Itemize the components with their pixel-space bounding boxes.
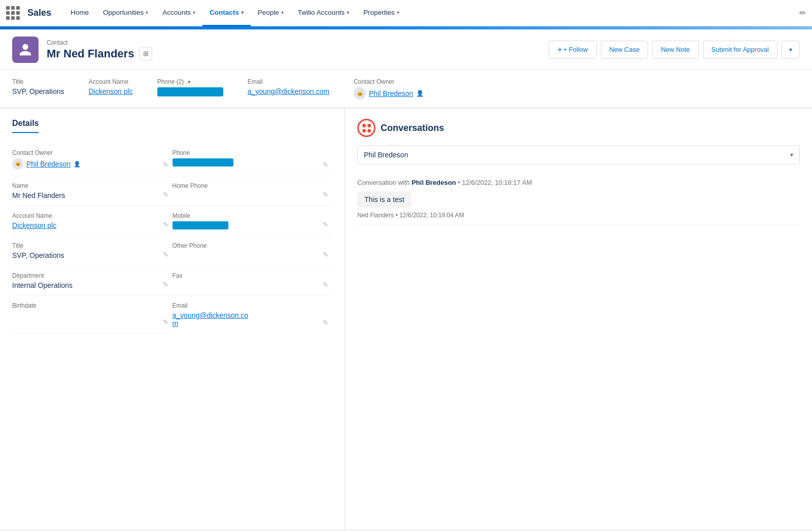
edit-icon[interactable]: ✎ bbox=[323, 319, 328, 326]
nav-items: Home Opportunities ▾ Accounts ▾ Contacts… bbox=[63, 0, 799, 26]
nav-item-accounts[interactable]: Accounts ▾ bbox=[155, 0, 202, 26]
detail-field-account-name: Account Name Dickenson plc ✎ bbox=[12, 206, 173, 236]
conversation-sender: Ned Flanders • 12/6/2022, 10:19:04 AM bbox=[357, 212, 800, 219]
account-name-value[interactable]: Dickenson plc bbox=[12, 221, 173, 229]
submit-for-approval-button[interactable]: Submit for Approval bbox=[703, 41, 777, 59]
chevron-down-icon: ▾ bbox=[241, 10, 244, 15]
new-note-button[interactable]: New Note bbox=[652, 41, 698, 59]
conversation-meta: Conversation with Phil Bredeson • 12/6/2… bbox=[357, 179, 800, 186]
hierarchy-button[interactable]: ⊞ bbox=[139, 47, 152, 60]
detail-field-other-phone: Other Phone ✎ bbox=[173, 236, 333, 266]
detail-field-name: Name Mr Ned Flanders ✎ bbox=[12, 176, 173, 206]
nav-item-opportunities[interactable]: Opportunities ▾ bbox=[96, 0, 155, 26]
conversation-item: Conversation with Phil Bredeson • 12/6/2… bbox=[357, 173, 800, 225]
detail-field-home-phone: Home Phone ✎ bbox=[173, 176, 333, 206]
contact-icon bbox=[18, 43, 32, 57]
detail-field-fax: Fax ✎ bbox=[173, 266, 333, 296]
qi-email-value[interactable]: a_young@dickenson.com bbox=[248, 87, 329, 95]
edit-icon[interactable]: ✎ bbox=[163, 251, 168, 258]
edit-nav-icon[interactable]: ✏ bbox=[799, 8, 806, 18]
conversation-date: 12/6/2022, 10:18:17 AM bbox=[462, 179, 532, 186]
mobile-redacted bbox=[173, 221, 228, 229]
qi-email: Email a_young@dickenson.com bbox=[248, 78, 329, 99]
edit-icon[interactable]: ✎ bbox=[323, 191, 328, 198]
conversations-panel: Conversations Phil Bredeson ▾ Conversati… bbox=[345, 109, 812, 529]
qi-account-label: Account Name bbox=[88, 78, 132, 85]
contact-owner-value[interactable]: Phil Bredeson bbox=[26, 160, 71, 168]
chevron-down-icon: ▾ bbox=[193, 10, 195, 15]
conversations-title: Conversations bbox=[381, 123, 444, 134]
qi-phone-label: Phone (2) bbox=[157, 78, 184, 85]
detail-field-birthdate: Birthdate ✎ bbox=[12, 296, 173, 334]
detail-field-department: Department Internal Operations ✎ bbox=[12, 266, 173, 296]
qi-email-label: Email bbox=[248, 78, 329, 85]
chevron-down-icon: ▾ bbox=[789, 46, 792, 53]
owner-field-avatar: 🐱 bbox=[12, 158, 23, 170]
chevron-down-icon: ▾ bbox=[146, 10, 148, 15]
nav-item-twilio-accounts[interactable]: Twilio Accounts ▾ bbox=[291, 0, 356, 26]
qi-account-value[interactable]: Dickenson plc bbox=[88, 87, 132, 95]
qi-owner: Contact Owner 🐱 Phil Bredeson 👤 bbox=[354, 78, 424, 99]
edit-icon[interactable]: ✎ bbox=[163, 221, 168, 228]
phone-redacted-value bbox=[157, 87, 223, 96]
header-actions: + + Follow New Case New Note Submit for … bbox=[549, 41, 800, 59]
email-value[interactable]: a_young@dickenson.com bbox=[173, 311, 333, 327]
owner-edit-icon: 👤 bbox=[416, 90, 424, 97]
phone-redacted bbox=[173, 158, 233, 167]
edit-icon[interactable]: ✎ bbox=[323, 251, 328, 258]
edit-icon[interactable]: ✎ bbox=[163, 191, 168, 198]
qi-owner-value[interactable]: Phil Bredeson bbox=[369, 89, 413, 97]
detail-field-mobile: Mobile ✎ bbox=[173, 206, 333, 236]
edit-icon[interactable]: ✎ bbox=[323, 221, 328, 228]
details-grid: Contact Owner 🐱 Phil Bredeson 👤 ✎ Phone … bbox=[12, 143, 332, 334]
record-type-label: Contact bbox=[47, 39, 549, 46]
chevron-down-icon: ▾ bbox=[397, 10, 399, 15]
details-panel-title: Details bbox=[12, 119, 39, 133]
chevron-down-icon: ▾ bbox=[790, 151, 793, 158]
record-type-icon bbox=[12, 37, 39, 63]
details-panel: Details Contact Owner 🐱 Phil Bredeson 👤 … bbox=[0, 109, 345, 529]
main-content: Details Contact Owner 🐱 Phil Bredeson 👤 … bbox=[0, 109, 812, 529]
edit-icon[interactable]: ✎ bbox=[163, 318, 168, 326]
detail-field-title: Title SVP, Operations ✎ bbox=[12, 236, 173, 266]
chevron-down-icon: ▾ bbox=[347, 10, 349, 15]
conversations-icon bbox=[357, 119, 376, 137]
conversation-participant: Phil Bredeson bbox=[412, 179, 456, 186]
app-launcher-icon[interactable] bbox=[6, 5, 22, 21]
qi-owner-label: Contact Owner bbox=[354, 78, 424, 85]
edit-icon[interactable]: ✎ bbox=[163, 281, 168, 288]
nav-item-contacts[interactable]: Contacts ▾ bbox=[202, 0, 251, 26]
conversations-filter-value: Phil Bredeson bbox=[364, 151, 408, 159]
owner-person-icon: 👤 bbox=[74, 161, 81, 168]
app-brand: Sales bbox=[27, 8, 51, 18]
new-case-button[interactable]: New Case bbox=[601, 41, 649, 59]
chevron-down-icon: ▾ bbox=[188, 79, 191, 85]
top-navigation: Sales Home Opportunities ▾ Accounts ▾ Co… bbox=[0, 0, 812, 26]
record-header: Contact Mr Ned Flanders ⊞ + + Follow New… bbox=[0, 29, 812, 70]
conversation-bubble: This is a test bbox=[357, 191, 412, 208]
actions-dropdown-button[interactable]: ▾ bbox=[782, 41, 800, 59]
follow-button[interactable]: + + Follow bbox=[549, 41, 596, 59]
qi-title: Title SVP, Operations bbox=[12, 78, 64, 99]
detail-field-phone: Phone ✎ bbox=[173, 143, 333, 176]
nav-item-properties[interactable]: Properties ▾ bbox=[356, 0, 407, 26]
record-name: Mr Ned Flanders bbox=[47, 47, 134, 60]
edit-icon[interactable]: ✎ bbox=[163, 161, 168, 169]
record-title-block: Contact Mr Ned Flanders ⊞ bbox=[47, 39, 549, 60]
edit-icon[interactable]: ✎ bbox=[323, 281, 328, 288]
owner-avatar: 🐱 bbox=[354, 87, 366, 99]
qi-title-label: Title bbox=[12, 78, 64, 85]
nav-item-people[interactable]: People ▾ bbox=[251, 0, 291, 26]
quick-info-bar: Title SVP, Operations Account Name Dicke… bbox=[0, 70, 812, 109]
chevron-down-icon: ▾ bbox=[281, 10, 284, 15]
nav-item-home[interactable]: Home bbox=[63, 0, 96, 26]
detail-field-contact-owner: Contact Owner 🐱 Phil Bredeson 👤 ✎ bbox=[12, 143, 173, 176]
qi-account: Account Name Dickenson plc bbox=[88, 78, 132, 99]
edit-icon[interactable]: ✎ bbox=[323, 161, 328, 169]
qi-title-value: SVP, Operations bbox=[12, 87, 64, 95]
qi-phone: Phone (2) ▾ bbox=[157, 78, 223, 99]
conversations-filter-dropdown[interactable]: Phil Bredeson ▾ bbox=[357, 145, 800, 164]
detail-field-email: Email a_young@dickenson.com ✎ bbox=[173, 296, 333, 334]
conversations-header: Conversations bbox=[357, 119, 800, 137]
